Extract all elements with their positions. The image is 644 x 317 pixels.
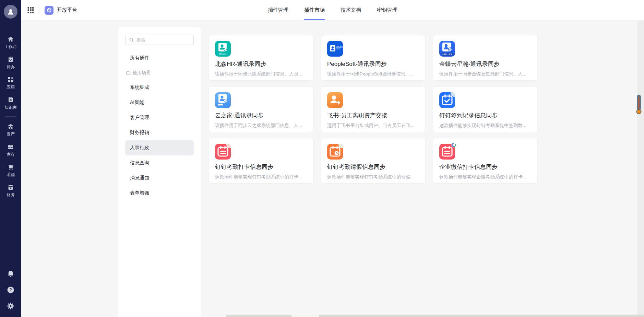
- category-info-query[interactable]: 信息查询: [125, 155, 194, 171]
- horizontal-scrollbar[interactable]: [226, 315, 644, 317]
- plugin-title: 金蝶云星瀚-通讯录同步: [439, 60, 531, 68]
- sidebar-item-label: 采购: [7, 173, 15, 177]
- help-question-icon[interactable]: ?: [7, 286, 15, 294]
- usage-scenario-section: 使用场景: [125, 66, 194, 80]
- plugin-card[interactable]: 钉钉考勤请假信息同步 这款插件能够实现钉钉考勤系统中的请假...: [321, 138, 426, 184]
- tab-key-management[interactable]: 密钥管理: [377, 0, 397, 20]
- sidebar-item-todo[interactable]: 待办: [0, 52, 21, 73]
- tab-plugin-management[interactable]: 插件管理: [268, 0, 288, 20]
- kingdee-contacts-icon: 金蝶云·星瀚: [439, 41, 455, 57]
- peoplesoft-contacts-icon: 通讯录同步: [327, 41, 343, 57]
- wecom-punch-calendar-icon: [439, 144, 455, 160]
- plugin-desc: 该插件用于同步北森系统部门信息、人员...: [215, 71, 307, 77]
- all-plugins-item[interactable]: 所有插件: [125, 50, 194, 66]
- plugin-card-grid: Beisen 北森HR-通讯录同步 该插件用于同步北森系统部门信息、人员... …: [208, 35, 538, 184]
- plugin-card[interactable]: 钉钉考勤打卡信息同步 这款插件能够实现钉钉考勤系统中的打卡...: [208, 138, 313, 184]
- category-ai[interactable]: AI智能: [125, 95, 194, 110]
- svg-text:Beisen: Beisen: [219, 53, 226, 55]
- plugin-title: 企业微信打卡信息同步: [439, 163, 531, 171]
- topbar: 开放平台 插件管理 插件市场 技术文档 密钥管理: [21, 0, 644, 21]
- dingtalk-checkin-calendar-icon: [439, 92, 455, 108]
- search-box: [125, 35, 194, 45]
- plugin-desc: 该插件用于同步金蝶云星瀚部门信息、人...: [439, 71, 531, 77]
- plugin-desc: 该插件用于同步PeopleSoft通讯录信息、...: [327, 71, 419, 77]
- category-message-notify[interactable]: 消息通知: [125, 171, 194, 186]
- app-window: 工作台 待办 应用 AI 知识库: [0, 0, 644, 317]
- sidebar-item-label: 待办: [7, 65, 15, 69]
- dingtalk-leave-calendar-icon: [327, 144, 343, 160]
- plugin-card[interactable]: 钉钉签到记录信息同步 这款插件能够实现钉钉考勤系统中签到数...: [433, 86, 538, 132]
- sidebar-item-workbench[interactable]: 工作台: [0, 32, 21, 52]
- category-form-enhance[interactable]: 表单增强: [125, 186, 194, 201]
- plugin-card[interactable]: 云之家 云之家-通讯录同步 该插件用于同步云之家系统部门信息、人...: [208, 86, 313, 132]
- search-icon: [129, 37, 134, 43]
- svg-text:通讯录同步: 通讯录同步: [336, 46, 343, 48]
- plugin-desc: 这款插件能够实现钉钉考勤系统中的打卡...: [215, 174, 307, 180]
- section-label: 使用场景: [133, 70, 151, 76]
- brand[interactable]: 开放平台: [45, 6, 77, 15]
- tab-tech-docs[interactable]: 技术文档: [341, 0, 361, 20]
- filter-panel: 所有插件 使用场景 系统集成 AI智能 客户管理 财务报销 人事行政 信息查询 …: [118, 27, 201, 317]
- plugin-card[interactable]: 企业微信打卡信息同步 这款插件能够实现企微考勤系统中的打卡...: [433, 138, 538, 184]
- content: 所有插件 使用场景 系统集成 AI智能 客户管理 财务报销 人事行政 信息查询 …: [21, 21, 644, 317]
- todo-clipboard-icon: [7, 56, 14, 63]
- plugin-card[interactable]: Beisen 北森HR-通讯录同步 该插件用于同步北森系统部门信息、人员...: [208, 35, 313, 81]
- sidebar-bottom: ?: [7, 270, 15, 317]
- avatar[interactable]: [4, 5, 17, 19]
- sidebar: 工作台 待办 应用 AI 知识库: [0, 0, 21, 317]
- sidebar-item-label: 库存: [7, 152, 15, 156]
- knowledge-ai-book-icon: AI: [7, 96, 14, 103]
- svg-text:AI: AI: [9, 98, 12, 102]
- plugin-desc: 该插件用于同步云之家系统部门信息、人...: [215, 122, 307, 129]
- svg-text:?: ?: [9, 287, 12, 292]
- category-finance-expense[interactable]: 财务报销: [125, 125, 194, 140]
- category-customer-management[interactable]: 客户管理: [125, 110, 194, 125]
- horizontal-scrollbar-thumb[interactable]: [291, 315, 319, 317]
- sidebar-item-apps[interactable]: 应用: [0, 73, 21, 93]
- dingtalk-punch-calendar-icon: [215, 144, 231, 160]
- topbar-tabs: 插件管理 插件市场 技术文档 密钥管理: [268, 0, 397, 20]
- app-launcher-waffle-icon[interactable]: [27, 7, 34, 13]
- plugin-desc: 这款插件能够实现钉钉考勤系统中签到数...: [439, 122, 531, 129]
- vertical-scrollbar-track[interactable]: [637, 21, 644, 315]
- notification-bell-icon[interactable]: [7, 270, 15, 278]
- plugin-title: 北森HR-通讯录同步: [215, 60, 307, 68]
- topbar-divider: [39, 7, 39, 14]
- sidebar-item-assets[interactable]: 资产: [0, 120, 21, 140]
- finance-safe-icon: ¥: [7, 184, 14, 191]
- briefcase-icon: [126, 70, 131, 75]
- feishu-offboarding-icon: [327, 92, 343, 108]
- home-icon: [7, 36, 14, 43]
- open-platform-cube-icon: [45, 6, 53, 15]
- plugin-card[interactable]: 金蝶云·星瀚 金蝶云星瀚-通讯录同步 该插件用于同步金蝶云星瀚部门信息、人...: [433, 35, 538, 81]
- sidebar-item-procurement[interactable]: 采购: [0, 160, 21, 180]
- category-hr-admin[interactable]: 人事行政: [125, 140, 194, 155]
- scroll-thermometer-indicator[interactable]: [636, 95, 641, 115]
- wecom-logo-badge: [451, 142, 456, 148]
- sidebar-item-label: 知识库: [4, 105, 17, 109]
- sidebar-item-finance[interactable]: ¥ 财务: [0, 180, 21, 201]
- page-title: 开放平台: [57, 7, 77, 13]
- plugin-title: 钉钉签到记录信息同步: [439, 111, 531, 119]
- main-area: 开放平台 插件管理 插件市场 技术文档 密钥管理 所有插: [21, 0, 644, 317]
- plugin-card[interactable]: 飞书-员工离职资产交接 适用于飞书平台集成用户。当有员工在飞...: [321, 86, 426, 132]
- plugin-desc: 这款插件能够实现钉钉考勤系统中的请假...: [327, 174, 419, 180]
- svg-text:云之家: 云之家: [218, 105, 223, 107]
- user-icon: [7, 8, 15, 16]
- category-system-integration[interactable]: 系统集成: [125, 80, 194, 95]
- sidebar-item-label: 应用: [7, 85, 15, 89]
- apps-grid-icon: [7, 76, 14, 83]
- plugin-card[interactable]: 通讯录同步 PeopleSoft-通讯录同步 该插件用于同步PeopleSoft…: [321, 35, 426, 81]
- beisen-contacts-icon: Beisen: [215, 41, 231, 57]
- search-input[interactable]: [136, 37, 190, 43]
- sidebar-item-knowledge[interactable]: AI 知识库: [0, 93, 21, 113]
- category-list: 所有插件 使用场景 系统集成 AI智能 客户管理 财务报销 人事行政 信息查询 …: [125, 50, 194, 201]
- plugin-title: 钉钉考勤打卡信息同步: [215, 163, 307, 171]
- sidebar-item-label: 财务: [7, 193, 15, 197]
- settings-gear-icon[interactable]: [7, 302, 15, 310]
- assets-layers-icon: [7, 123, 14, 130]
- sidebar-item-label: 工作台: [4, 45, 17, 49]
- plugin-desc: 这款插件能够实现企微考勤系统中的打卡...: [439, 174, 531, 180]
- tab-plugin-market[interactable]: 插件市场: [304, 0, 325, 20]
- sidebar-item-inventory[interactable]: 库存: [0, 140, 21, 160]
